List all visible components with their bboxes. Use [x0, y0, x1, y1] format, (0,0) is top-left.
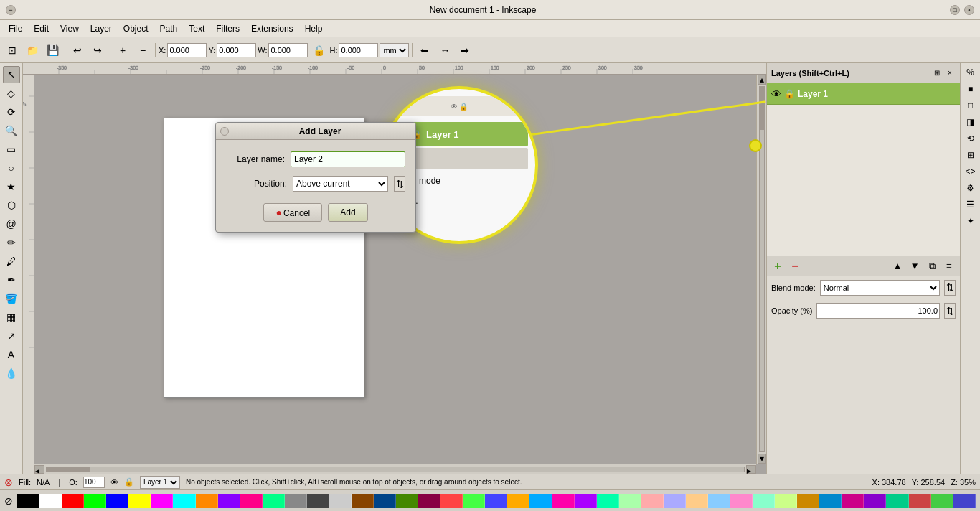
palette-color[interactable] [842, 494, 864, 508]
paint-bucket-tool[interactable]: 🪣 [3, 290, 20, 307]
hscrollbar[interactable]: ◂ ▸ [34, 464, 756, 474]
statusbar-opacity-input[interactable] [83, 477, 105, 488]
palette-color[interactable] [931, 494, 953, 508]
align-right-btn[interactable]: ➡ [456, 41, 474, 60]
unit-select[interactable]: mmpxin [380, 43, 409, 57]
menu-edit[interactable]: Edit [28, 22, 55, 35]
xmleditor-btn[interactable]: <> [963, 164, 979, 179]
palette-color[interactable] [953, 494, 976, 508]
palette-color[interactable] [708, 494, 730, 508]
palette-color[interactable] [307, 494, 329, 508]
vscrollbar[interactable]: ▴ ▾ [756, 75, 766, 464]
palette-color[interactable] [39, 494, 62, 508]
palette-color[interactable] [285, 494, 307, 508]
opacity-input[interactable] [816, 303, 940, 319]
menu-help[interactable]: Help [299, 22, 329, 35]
palette-color[interactable] [128, 494, 151, 508]
palette-color[interactable] [753, 494, 775, 508]
palette-color[interactable] [886, 494, 908, 508]
y-input[interactable] [217, 43, 256, 57]
layer-row[interactable]: 👁 🔒 Layer 1 [767, 83, 960, 105]
menu-path[interactable]: Path [154, 22, 184, 35]
menu-layer[interactable]: Layer [85, 22, 118, 35]
palette-color[interactable] [552, 494, 575, 508]
win-close-btn[interactable]: × [964, 5, 974, 15]
vscroll-down-btn[interactable]: ▾ [758, 454, 766, 464]
position-select[interactable]: Above current Below current On top At bo… [293, 176, 388, 192]
no-color-btn[interactable]: ⊘ [4, 495, 13, 507]
blend-mode-select[interactable]: Normal Multiply Screen Overlay [820, 280, 940, 296]
undo-btn[interactable]: ↩ [68, 41, 87, 60]
lock-ratio-btn[interactable]: 🔒 [309, 41, 328, 60]
palette-color[interactable] [84, 494, 106, 508]
dropper-tool[interactable]: 💧 [3, 365, 20, 382]
palette-color[interactable] [240, 494, 263, 508]
palette-color[interactable] [485, 494, 507, 508]
palette-color[interactable] [463, 494, 485, 508]
node-tool[interactable]: ◇ [3, 85, 20, 102]
palette-color[interactable] [263, 494, 285, 508]
dialog-close-btn[interactable] [220, 127, 229, 136]
fill-btn[interactable]: ◨ [963, 114, 979, 130]
pencil-tool[interactable]: ✏ [3, 234, 20, 251]
connector-tool[interactable]: ↗ [3, 327, 20, 344]
layer-dup-btn[interactable]: ⧉ [924, 258, 940, 274]
menu-extensions[interactable]: Extensions [245, 22, 299, 35]
delete-layer-btn[interactable]: − [787, 258, 803, 274]
palette-color[interactable] [218, 494, 240, 508]
palette-color[interactable] [686, 494, 708, 508]
opacity-spinner[interactable]: ⇅ [944, 303, 956, 319]
palette-color[interactable] [196, 494, 218, 508]
save-btn[interactable]: 💾 [43, 41, 62, 60]
star-tool[interactable]: ★ [3, 178, 20, 195]
palette-color[interactable] [641, 494, 664, 508]
palette-color[interactable] [151, 494, 173, 508]
statusbar-layer-select[interactable]: Layer 1 [140, 476, 180, 489]
palette-color[interactable] [440, 494, 463, 508]
palette-color[interactable] [106, 494, 128, 508]
palette-color[interactable] [507, 494, 529, 508]
palette-color[interactable] [352, 494, 374, 508]
palette-color[interactable] [17, 494, 39, 508]
menu-filters[interactable]: Filters [210, 22, 245, 35]
zoom-in-btn[interactable]: + [113, 41, 132, 60]
text-tool[interactable]: A [3, 346, 20, 363]
palette-color[interactable] [374, 494, 396, 508]
tweak-tool[interactable]: ⟳ [3, 103, 20, 121]
palette-color[interactable] [418, 494, 440, 508]
layer-lock-icon[interactable]: 🔒 [784, 89, 795, 99]
w-input[interactable] [268, 43, 308, 57]
palette-color[interactable] [909, 494, 931, 508]
palette-color[interactable] [575, 494, 597, 508]
symbols-btn[interactable]: ✦ [963, 213, 979, 229]
palette-color[interactable] [173, 494, 195, 508]
hscroll-thumb[interactable] [47, 467, 90, 472]
ellipse-tool[interactable]: ○ [3, 159, 20, 177]
layers-close-btn[interactable]: × [944, 67, 956, 79]
add-layer-btn[interactable]: + [770, 258, 786, 274]
cancel-button[interactable]: ●Cancel [263, 203, 322, 222]
palette-color[interactable] [864, 494, 886, 508]
spiral-tool[interactable]: @ [3, 215, 20, 233]
menu-text[interactable]: Text [183, 22, 210, 35]
layer-up-btn[interactable]: ▲ [890, 258, 905, 274]
gradient-tool[interactable]: ▦ [3, 309, 20, 326]
color-btn[interactable]: ■ [963, 81, 979, 97]
h-input[interactable] [339, 43, 378, 57]
3d-box-tool[interactable]: ⬡ [3, 197, 20, 214]
palette-color[interactable] [597, 494, 619, 508]
palette-color[interactable] [329, 494, 352, 508]
win-minimize-btn[interactable]: − [6, 5, 16, 15]
vscroll-up-btn[interactable]: ▴ [758, 75, 766, 85]
layers-detach-btn[interactable]: ⊞ [931, 67, 943, 79]
new-btn[interactable]: ⊡ [3, 41, 22, 60]
layers-btn2[interactable]: ☰ [963, 197, 979, 212]
vscroll-thumb[interactable] [760, 87, 764, 130]
align-left-btn[interactable]: ⬅ [415, 41, 434, 60]
win-maximize-btn[interactable]: □ [950, 5, 960, 15]
snap-btn[interactable]: % [963, 65, 979, 80]
blend-mode-spinner[interactable]: ⇅ [944, 280, 956, 296]
align-btn[interactable]: ⊞ [963, 147, 979, 163]
hscroll-left-btn[interactable]: ◂ [34, 465, 44, 474]
palette-color[interactable] [797, 494, 819, 508]
